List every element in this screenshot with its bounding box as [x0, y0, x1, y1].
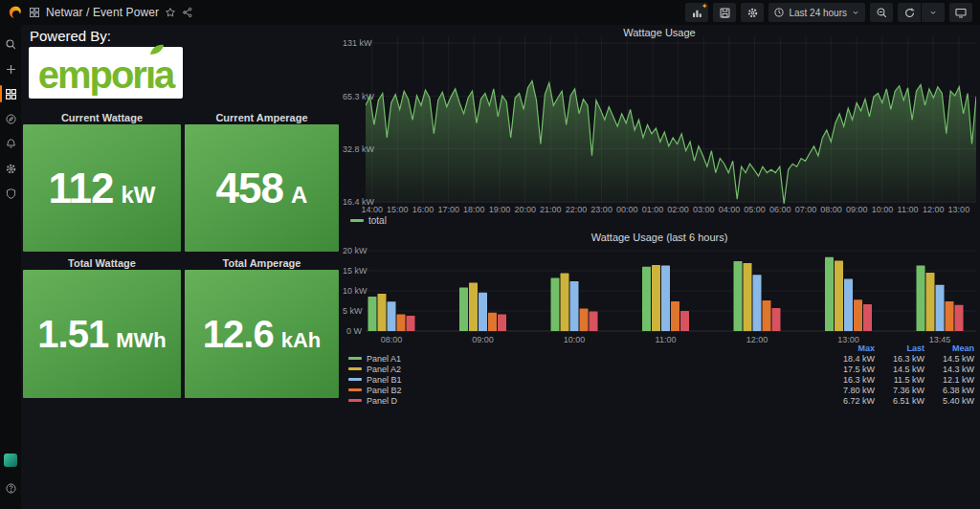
panel-title[interactable]: Wattage Usage (last 6 hours) — [343, 232, 976, 243]
alerting-bell-icon — [5, 138, 17, 150]
x-tick-label: 15:00 — [387, 205, 409, 214]
legend-color-swatch — [348, 357, 362, 360]
stat-value-box: 458 A — [185, 124, 339, 252]
x-tick-label: 08:00 — [820, 205, 842, 214]
legend-sort-last[interactable]: Last — [875, 343, 924, 353]
configuration-gear-icon — [5, 163, 17, 175]
zoom-out-button[interactable] — [870, 3, 893, 22]
x-tick-label: 09:00 — [846, 205, 868, 214]
grafana-logo[interactable] — [0, 0, 29, 25]
sidebar-item-search[interactable] — [0, 33, 21, 55]
legend-color-swatch — [348, 378, 362, 381]
chevron-down-icon — [851, 8, 860, 17]
legend-row: Panel B27.80 kW7.36 kW6.38 kW — [348, 385, 974, 395]
sidebar-item-help[interactable] — [0, 476, 21, 499]
panel-title[interactable]: Total Wattage — [23, 257, 181, 269]
stat-value: 112 — [49, 165, 114, 212]
panel-wattage-usage-6h: Wattage Usage (last 6 hours) 20 kW15 kW1… — [343, 230, 976, 408]
bar-panel-a1 — [368, 297, 377, 331]
panel-current-wattage: Current Wattage 112 kW — [23, 112, 181, 252]
panel-title[interactable]: Total Amperage — [185, 257, 339, 269]
legend-last-value: 6.51 kW — [875, 396, 924, 406]
dashboard-settings-button[interactable] — [741, 3, 764, 22]
legend-row: Panel A217.5 kW14.5 kW14.3 kW — [348, 364, 974, 374]
bar-panel-a1 — [459, 288, 468, 331]
stat-value-box: 1.51 MWh — [23, 270, 181, 398]
legend-series-name: Panel B1 — [367, 375, 402, 385]
bar-panel-a1 — [825, 257, 834, 331]
legend-item-total[interactable]: total — [350, 215, 387, 226]
bar-panel-d — [955, 305, 964, 331]
sidebar-bottom — [0, 454, 21, 509]
time-range-picker[interactable]: Last 24 hours — [768, 3, 865, 22]
dashboard-grid-icon — [29, 7, 40, 18]
x-tick-label: 16:00 — [412, 205, 434, 214]
legend-color-swatch — [348, 388, 362, 391]
breadcrumb-title[interactable]: Netwar / Event Power — [46, 6, 159, 19]
refresh-button[interactable] — [898, 3, 921, 22]
legend-series-label[interactable]: Panel B1 — [348, 375, 825, 385]
legend-mean-value: 6.38 kW — [924, 386, 974, 395]
bar-panel-a2 — [835, 261, 843, 332]
cycle-view-button[interactable] — [949, 3, 972, 22]
bar-panel-b1 — [844, 278, 853, 331]
legend-max-value: 18.4 kW — [825, 354, 875, 364]
clock-icon — [773, 7, 785, 18]
panel-title[interactable]: Current Wattage — [23, 112, 181, 123]
legend-series-label[interactable]: Panel B2 — [348, 386, 825, 395]
legend-header-row: MaxLastMean — [348, 343, 974, 353]
panel-title[interactable]: Current Amperage — [185, 112, 339, 123]
legend-mean-value: 14.3 kW — [924, 365, 974, 374]
legend-max-value: 17.5 kW — [825, 365, 875, 374]
refresh-interval-dropdown[interactable] — [922, 3, 945, 22]
grafana-flame-icon — [7, 5, 23, 21]
user-avatar[interactable] — [4, 454, 17, 467]
stat-unit: MWh — [116, 328, 167, 353]
legend-row: Panel A118.4 kW16.3 kW14.5 kW — [348, 353, 974, 364]
x-tick-label: 18:00 — [463, 205, 485, 214]
bar-panel-a2 — [744, 263, 752, 331]
sidebar-item-create[interactable] — [0, 57, 21, 80]
search-icon — [5, 38, 17, 51]
x-tick-label: 12:00 — [923, 205, 945, 214]
legend-last-value: 7.36 kW — [875, 386, 924, 395]
share-icon[interactable] — [182, 7, 193, 18]
bar-panel-a1 — [551, 278, 560, 331]
bar-panel-d — [498, 314, 506, 331]
plus-icon — [5, 63, 17, 76]
legend-row: Panel D6.72 kW6.51 kW5.40 kW — [348, 395, 974, 406]
legend-sort-mean[interactable]: Mean — [924, 343, 974, 353]
bar-panel-d — [680, 311, 689, 331]
breadcrumb: Netwar / Event Power — [29, 6, 193, 19]
legend-series-label[interactable]: Panel D — [348, 396, 825, 406]
stat-value: 458 — [216, 165, 283, 212]
save-dashboard-button[interactable] — [713, 3, 736, 22]
bar-panel-a2 — [652, 265, 660, 331]
sidebar-item-configuration[interactable] — [0, 157, 21, 180]
y-tick-label: 10 kW — [343, 287, 362, 296]
tv-icon — [954, 7, 968, 19]
bar-panel-a2 — [469, 283, 478, 331]
legend-series-name: Panel A2 — [367, 365, 401, 374]
stat-value: 1.51 — [37, 313, 108, 356]
bar-panel-d — [407, 316, 415, 331]
sidebar-item-dashboards[interactable] — [0, 82, 21, 105]
wattage-bar-chart[interactable] — [366, 247, 976, 332]
legend-series-label[interactable]: Panel A2 — [348, 365, 825, 374]
sidebar-item-explore[interactable] — [0, 107, 21, 130]
legend-series-label[interactable]: Panel A1 — [348, 354, 825, 364]
x-tick-label: 10:00 — [872, 205, 894, 214]
x-axis-labels: 14:0015:0016:0017:0018:0019:0020:0021:00… — [366, 205, 976, 214]
legend-sort-max[interactable]: Max — [825, 343, 875, 353]
sidebar-item-server-admin[interactable] — [0, 182, 21, 205]
x-tick-label: 22:00 — [566, 205, 588, 214]
wattage-line-chart[interactable] — [366, 34, 976, 204]
x-tick-label: 07:00 — [795, 205, 817, 214]
star-icon[interactable] — [165, 7, 176, 18]
x-tick-label: 06:00 — [769, 205, 791, 214]
sidebar-item-alerting[interactable] — [0, 132, 21, 155]
help-icon — [5, 482, 17, 495]
legend-max-value: 7.80 kW — [825, 386, 875, 395]
add-panel-button[interactable]: ✦ — [685, 3, 708, 22]
legend-max-value: 6.72 kW — [825, 396, 875, 406]
